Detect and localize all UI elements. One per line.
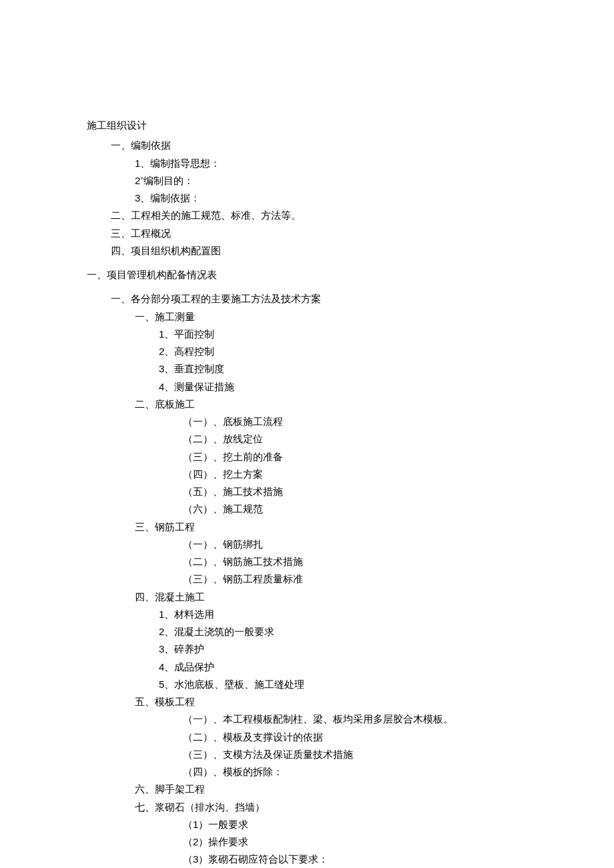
outline-item: 1、编制指导思想： — [135, 155, 614, 172]
outline-item: （三）、挖土前的准备 — [183, 448, 614, 466]
outline-item: 1、材料选用 — [159, 606, 614, 623]
outline-text: 、水池底板、壁板、施工缝处理 — [164, 679, 304, 690]
number-label: 2 — [193, 836, 198, 847]
outline-item: 三、工程概况 — [111, 225, 614, 242]
outline-item: 2、高程控制 — [159, 343, 614, 360]
outline-text: 、测量保证措施 — [164, 382, 234, 392]
outline-text: ˆ编制目的： — [140, 175, 194, 186]
outline-item: 四、混凝土施工 — [135, 588, 614, 606]
outline-item: 五、模板工程 — [135, 693, 614, 711]
outline-text: 、平面控制 — [164, 329, 214, 340]
outline-item: 六、脚手架工程 — [135, 781, 614, 798]
outline-text: 、高程控制 — [164, 346, 214, 357]
outline-text: 、混凝土浇筑的一般要求 — [164, 626, 274, 637]
outline-item: 四、项目组织机构配置图 — [111, 242, 614, 260]
outline-item: （二）、模板及支撑设计的依据 — [183, 729, 614, 746]
number-label: 3 — [193, 853, 198, 865]
outline-item: （三）、支模方法及保证质量技术措施 — [183, 746, 614, 763]
outline-item: 3、垂直控制度 — [159, 360, 614, 378]
outline-item: 七、浆砌石（排水沟、挡墙） — [135, 799, 614, 816]
outline-item: （四）、模板的拆除： — [183, 763, 614, 781]
section-heading: 一、项目管理机构配备情况表 — [87, 266, 614, 284]
outline-item: 2ˆ编制目的： — [135, 172, 614, 189]
outline-item: 3、编制依据： — [135, 189, 614, 207]
outline-item: 一、编制依据 — [111, 137, 614, 154]
outline-item: （一）、钢筋绑扎 — [183, 536, 614, 553]
outline-item: （三）、钢筋工程质量标准 — [183, 570, 614, 588]
outline-item: 二、底板施工 — [135, 396, 614, 413]
outline-text: 、编制依据： — [140, 193, 200, 203]
outline-item: 三、钢筋工程 — [135, 518, 614, 536]
outline-item: 一、各分部分项工程的主要施工方法及技术方案 — [111, 290, 614, 308]
outline-item: （五）、施工技术措施 — [183, 483, 614, 500]
number-label: 1 — [193, 819, 198, 830]
outline-item: （二）、放线定位 — [183, 430, 614, 448]
outline-item: 一、施工测量 — [135, 308, 614, 326]
outline-item: （二）、钢筋施工技术措施 — [183, 553, 614, 570]
outline-text: 、垂直控制度 — [164, 364, 224, 374]
outline-item: 1、平面控制 — [159, 326, 614, 343]
outline-item: （一）、底板施工流程 — [183, 413, 614, 430]
outline-item: 3、碎养护 — [159, 640, 614, 658]
outline-item: 二、工程相关的施工规范、标准、方法等。 — [111, 207, 614, 224]
outline-text: 、材料选用 — [164, 609, 214, 620]
document-title: 施工组织设计 — [87, 117, 614, 134]
outline-text: 、成品保护 — [164, 662, 214, 673]
outline-item: 4、测量保证措施 — [159, 378, 614, 396]
outline-text: 、编制指导思想： — [140, 158, 220, 169]
outline-item: 4、成品保护 — [159, 659, 614, 676]
outline-item: （1）一般要求 — [183, 816, 614, 833]
outline-item: （3）浆砌石砌应符合以下要求： — [183, 851, 614, 868]
outline-text: 、碎养护 — [164, 644, 204, 655]
outline-item: （一）、本工程模板配制柱、梁、板均采用多层胶合木模板。 — [183, 711, 614, 728]
outline-item: 5、水池底板、壁板、施工缝处理 — [159, 676, 614, 693]
outline-item: 2、混凝土浇筑的一般要求 — [159, 623, 614, 640]
outline-item: （2）操作要求 — [183, 833, 614, 851]
outline-item: （六）、施工规范 — [183, 500, 614, 518]
outline-item: （四）、挖土方案 — [183, 466, 614, 483]
document-body: 施工组织设计 一、编制依据 1、编制指导思想： 2ˆ编制目的： 3、编制依据： … — [87, 117, 614, 868]
